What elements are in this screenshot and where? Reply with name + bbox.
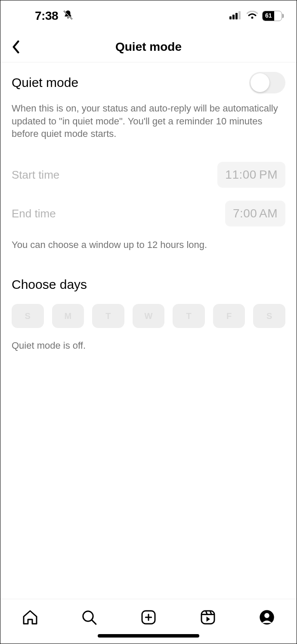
tab-create[interactable] (138, 607, 159, 628)
wifi-icon (247, 11, 258, 21)
start-time-label: Start time (12, 168, 59, 182)
status-bar-left: 7:38 (35, 9, 74, 23)
end-time-label: End time (12, 207, 56, 220)
days-row: S M T W T F S (12, 304, 285, 328)
svg-rect-4 (235, 13, 238, 19)
day-chip-sun[interactable]: S (12, 304, 44, 328)
quiet-mode-switch[interactable] (249, 72, 285, 93)
svg-point-6 (251, 17, 254, 19)
page-header: Quiet mode (0, 31, 297, 62)
quiet-mode-status: Quiet mode is off. (12, 340, 285, 351)
svg-point-17 (264, 613, 269, 618)
battery-icon: 61 (262, 11, 284, 21)
day-chip-wed[interactable]: W (133, 304, 165, 328)
profile-icon (258, 609, 275, 626)
choose-days-title: Choose days (12, 277, 285, 292)
home-indicator[interactable] (98, 634, 199, 638)
day-chip-fri[interactable]: F (213, 304, 245, 328)
tab-search[interactable] (79, 607, 99, 628)
cellular-icon (229, 11, 242, 21)
day-chip-sat[interactable]: S (253, 304, 285, 328)
page-title: Quiet mode (0, 40, 297, 54)
time-window-helper: You can choose a window up to 12 hours l… (12, 239, 285, 251)
content-area: Quiet mode When this is on, your status … (0, 62, 297, 599)
start-time-value[interactable]: 11:00 PM (217, 162, 285, 188)
status-time: 7:38 (35, 9, 58, 23)
silent-icon (62, 9, 74, 22)
svg-rect-3 (232, 15, 235, 19)
status-bar-right: 61 (229, 11, 284, 21)
quiet-mode-toggle-row: Quiet mode (12, 72, 285, 93)
svg-line-8 (92, 620, 96, 624)
day-chip-thu[interactable]: T (173, 304, 205, 328)
end-time-value[interactable]: 7:00 AM (225, 201, 285, 226)
tab-reels[interactable] (198, 607, 218, 628)
reels-icon (199, 609, 217, 626)
switch-knob (251, 73, 269, 92)
back-button[interactable] (6, 37, 25, 56)
svg-rect-2 (229, 16, 232, 19)
svg-rect-5 (238, 11, 241, 19)
quiet-mode-description: When this is on, your status and auto-re… (12, 102, 285, 140)
status-bar: 7:38 61 (0, 0, 297, 31)
search-icon (80, 609, 98, 626)
chevron-left-icon (10, 40, 22, 53)
home-icon (22, 609, 39, 626)
day-chip-tue[interactable]: T (92, 304, 124, 328)
start-time-row: Start time 11:00 PM (12, 162, 285, 188)
day-chip-mon[interactable]: M (52, 304, 84, 328)
plus-square-icon (140, 609, 157, 626)
quiet-mode-label: Quiet mode (12, 75, 78, 90)
end-time-row: End time 7:00 AM (12, 201, 285, 226)
tab-profile[interactable] (257, 607, 277, 628)
svg-rect-12 (201, 611, 214, 624)
tab-home[interactable] (20, 607, 40, 628)
